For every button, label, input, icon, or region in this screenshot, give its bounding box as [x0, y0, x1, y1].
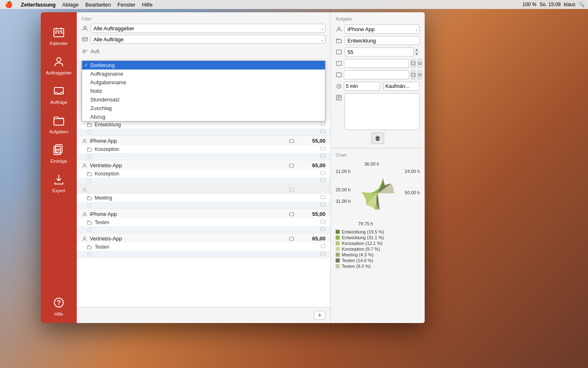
filter-row-sort: Auft	[82, 46, 325, 57]
list-sub-konzeption1[interactable]: Konzeption	[77, 145, 330, 153]
list-group-vertriebs2: Vertriebs-App 65,00 Konzeption	[77, 160, 330, 185]
svg-point-28	[84, 139, 86, 141]
filter-row-auftraggeber: Alle Auftraggeber ⌄	[82, 24, 325, 33]
list-sub-entwicklung1[interactable]: Entwicklung	[77, 121, 330, 128]
list-sub-testen1[interactable]: Testen	[77, 218, 330, 226]
svg-point-40	[84, 188, 86, 190]
entry-icon-4	[87, 202, 92, 208]
folder-icon	[51, 113, 66, 128]
dropdown-item-zuschlag[interactable]: Zuschlag	[82, 104, 325, 112]
task-folder-input[interactable]	[345, 36, 420, 45]
menubar-user: klaus	[564, 2, 575, 7]
menubar-bearbeiten[interactable]: Bearbeiten	[82, 2, 114, 8]
list-sub-meeting[interactable]: Meeting	[77, 194, 330, 202]
legend-color-2	[336, 241, 340, 245]
sidebar-item-auftraggeber[interactable]: Auftraggeber	[41, 50, 77, 79]
auftraggeber-select[interactable]: Alle Auftraggeber	[91, 24, 325, 33]
question-icon: ?	[51, 295, 66, 310]
task-btn2b[interactable]	[417, 70, 422, 79]
svg-rect-36	[87, 173, 91, 176]
task-field2a[interactable]	[344, 70, 409, 79]
entry-icon-1	[87, 129, 92, 135]
sidebar-label-export: Export	[52, 188, 65, 193]
svg-rect-38	[88, 180, 91, 183]
menubar-hilfe[interactable]: Hilfe	[139, 2, 156, 8]
list-group-header-iphone1[interactable]: iPhone App 55,00	[77, 136, 330, 145]
rate-stepper-up[interactable]: ▲	[414, 47, 420, 52]
menubar-app-name[interactable]: Zeiterfassung	[18, 2, 59, 8]
sub-rate-1	[297, 121, 325, 128]
menubar-fenster[interactable]: Fenster	[114, 2, 139, 8]
task-project-select[interactable]: iPhone App	[345, 25, 420, 34]
legend-item-1: Entwicklung (31.1 %)	[336, 235, 420, 240]
legend-item-6: Testen (9.3 %)	[336, 264, 420, 269]
task-note-textarea[interactable]	[345, 93, 420, 130]
legend-item-2: Konzeption (12.1 %)	[336, 241, 420, 246]
task-time-select[interactable]: 5 min	[344, 82, 380, 91]
dropdown-item-notiz[interactable]: Notiz	[82, 87, 325, 95]
list-group-header-iphone2[interactable]: iPhone App 55,00	[77, 209, 330, 218]
task-btn2a[interactable]	[411, 70, 416, 79]
sort-dropdown[interactable]: Sortierung Auftragsname Aufgabenname Not…	[82, 61, 325, 121]
task-rate-input[interactable]	[345, 47, 420, 56]
task-field1a[interactable]	[344, 59, 409, 68]
dropdown-item-auftragsname[interactable]: Auftragsname	[82, 70, 325, 78]
svg-rect-60	[336, 50, 341, 54]
sidebar-item-aufgaben[interactable]: Aufgaben	[41, 109, 77, 138]
entry-icon-2	[87, 154, 92, 159]
auftraege-select[interactable]: Alle Aufträge	[91, 35, 325, 44]
svg-point-34	[84, 164, 86, 166]
rate-stepper-down[interactable]: ▼	[414, 52, 420, 57]
sidebar-item-eintraege[interactable]: Einträge	[41, 138, 77, 168]
svg-rect-8	[54, 88, 63, 94]
list-area[interactable]: Vertriebs-App 65,00 Entwicklung	[77, 111, 330, 307]
svg-rect-3	[58, 32, 60, 34]
sidebar-item-hilfe[interactable]: ? Hilfe	[41, 291, 77, 323]
task-currency-icon2	[336, 72, 342, 78]
svg-rect-2	[55, 32, 57, 34]
list-group-header-vertriebs3[interactable]: Vertriebs-App 65,00	[77, 233, 330, 243]
sidebar-item-kalender[interactable]: Kalender	[41, 20, 77, 50]
dropdown-item-sortierung[interactable]: Sortierung	[82, 61, 325, 70]
sub-name-testen1: Testen	[95, 220, 294, 225]
task-btn1b[interactable]	[417, 59, 422, 68]
menubar-search-icon[interactable]: 🔍	[579, 2, 585, 7]
sidebar-item-auftraege[interactable]: Aufträge	[41, 79, 77, 109]
group-rate-vertriebs3: 65,00	[297, 236, 325, 242]
task-rate-wrapper: ▲ ▼	[345, 47, 420, 56]
dropdown-item-stundensatz[interactable]: Stundensatz	[82, 95, 325, 104]
mail-filter-icon	[82, 36, 88, 43]
add-button[interactable]: +	[314, 311, 325, 320]
list-footer: +	[77, 307, 330, 323]
list-entry-1	[77, 128, 330, 135]
right-panel: Aufgabe iPhone App ⌄	[331, 12, 425, 323]
svg-rect-24	[87, 124, 91, 127]
dropdown-item-aufgabenname[interactable]: Aufgabenname	[82, 78, 325, 87]
chart-label-36: 36.00 h	[364, 162, 379, 166]
list-sub-testen2[interactable]: Testen	[77, 243, 330, 251]
legend-text-1: Entwicklung (31.1 %)	[342, 235, 384, 240]
auftraggeber-select-wrapper: Alle Auftraggeber ⌄	[91, 24, 325, 33]
svg-rect-25	[321, 122, 325, 126]
task-btn1a[interactable]	[411, 59, 416, 68]
svg-point-7	[57, 58, 61, 62]
svg-rect-54	[87, 246, 91, 249]
task-delete-button[interactable]: 🗑	[371, 132, 384, 144]
sidebar-item-export[interactable]: Export	[41, 168, 77, 197]
svg-rect-45	[321, 203, 325, 206]
svg-rect-27	[321, 130, 325, 133]
menubar-ablage[interactable]: Ablage	[59, 2, 82, 8]
svg-point-17	[84, 26, 86, 29]
dropdown-item-abzug[interactable]: Abzug	[82, 112, 325, 121]
group-name-iphone2: iPhone App	[90, 211, 286, 217]
task-rounding-select[interactable]: Kaufmän...	[383, 82, 420, 91]
chart-label-50: 50.00 h	[405, 190, 420, 195]
auftraege-select-wrapper: Alle Aufträge ⌄	[91, 35, 325, 44]
list-group-header-unknown1[interactable]	[77, 185, 330, 194]
list-sub-konzeption2[interactable]: Konzeption	[77, 170, 330, 177]
copy-icon	[51, 142, 66, 157]
svg-rect-51	[321, 227, 325, 231]
list-group-header-vertriebs2[interactable]: Vertriebs-App 65,00	[77, 160, 330, 170]
sidebar-label-auftraggeber: Auftraggeber	[46, 70, 72, 75]
apple-menu[interactable]: 🍎	[0, 1, 18, 8]
